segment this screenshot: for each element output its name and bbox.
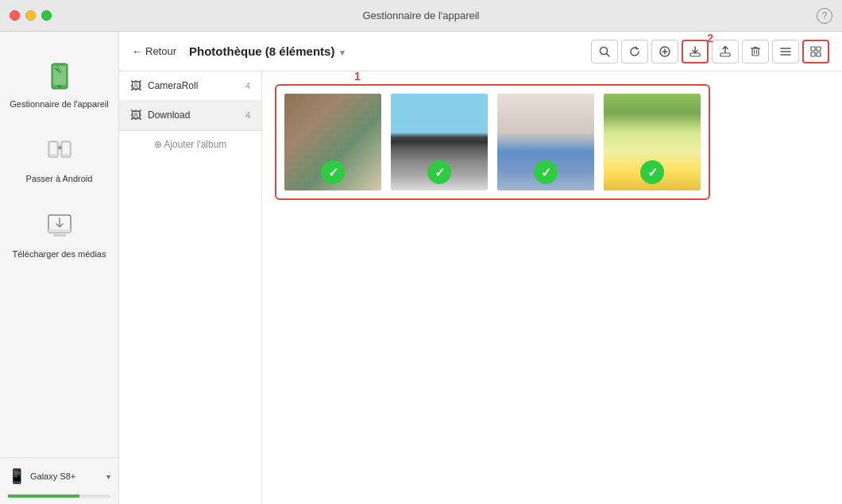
svg-line-11 xyxy=(607,53,610,56)
download-media-icon xyxy=(44,210,75,242)
svg-rect-27 xyxy=(811,47,815,51)
content-header: ← Retour Photothèque (8 éléments) ▾ xyxy=(119,32,842,71)
main-layout: Gestionnaire de l'appareil Passer à Andr… xyxy=(0,32,842,504)
svg-rect-8 xyxy=(48,229,71,233)
photo-check-3: ✓ xyxy=(534,160,558,184)
content-body: 🖼 CameraRoll 4 🖼 Download 4 ⊕ Ajouter l'… xyxy=(119,71,842,504)
export-button-wrap: 2 xyxy=(682,40,709,63)
svg-rect-9 xyxy=(53,234,66,237)
toolbar: 2 xyxy=(591,40,829,63)
list-view-button[interactable] xyxy=(772,40,799,63)
add-album-button[interactable]: ⊕ Ajouter l'album xyxy=(154,139,227,150)
title-chevron-icon[interactable]: ▾ xyxy=(340,48,345,57)
svg-rect-30 xyxy=(817,52,821,56)
svg-rect-4 xyxy=(50,143,56,154)
refresh-button[interactable] xyxy=(621,40,648,63)
album-item-cameraroll[interactable]: 🖼 CameraRoll 4 xyxy=(119,71,261,101)
photo-grid: ✓ ✓ ✓ ✓ xyxy=(283,92,702,192)
album-list: 🖼 CameraRoll 4 🖼 Download 4 ⊕ Ajouter l'… xyxy=(119,71,262,504)
album-icon-download: 🖼 xyxy=(130,109,141,121)
photo-item-4[interactable]: ✓ xyxy=(602,92,702,192)
device-chevron-icon[interactable]: ▾ xyxy=(106,472,110,481)
photo-area: 1 ✓ ✓ xyxy=(262,71,842,504)
device-info: 📱 Galaxy S8+ ▾ xyxy=(0,457,118,494)
sidebar-item-device-manager-label: Gestionnaire de l'appareil xyxy=(10,98,108,110)
grid-view-button[interactable] xyxy=(802,40,829,63)
svg-rect-28 xyxy=(817,47,821,51)
page-title: Photothèque (8 éléments) ▾ xyxy=(189,44,345,58)
photo-item-1[interactable]: ✓ xyxy=(283,92,383,192)
svg-rect-6 xyxy=(63,143,69,154)
window-title: Gestionnaire de l'appareil xyxy=(362,10,479,21)
help-button[interactable]: ? xyxy=(817,8,832,24)
back-label: Retour xyxy=(145,45,176,57)
svg-rect-29 xyxy=(811,52,815,56)
sidebar-item-switch-android-label: Passer à Android xyxy=(26,173,93,184)
content-panel: ← Retour Photothèque (8 éléments) ▾ xyxy=(119,32,842,504)
album-count-download: 4 xyxy=(245,110,250,120)
back-button[interactable]: ← Retour xyxy=(132,45,176,57)
sidebar-item-download-media[interactable]: Télécharger des médias xyxy=(0,198,118,272)
add-button[interactable] xyxy=(651,40,678,63)
minimize-button[interactable] xyxy=(25,10,36,21)
photo-check-2: ✓ xyxy=(427,160,451,184)
export-button[interactable] xyxy=(682,40,709,63)
album-icon: 🖼 xyxy=(130,79,141,92)
import-button[interactable] xyxy=(712,40,739,63)
svg-point-2 xyxy=(58,86,60,88)
album-item-download[interactable]: 🖼 Download 4 xyxy=(119,101,261,130)
svg-rect-19 xyxy=(752,48,759,56)
switch-icon xyxy=(44,135,75,167)
device-name: Galaxy S8+ xyxy=(30,471,102,481)
svg-rect-15 xyxy=(690,53,700,56)
album-name: CameraRoll xyxy=(148,80,239,91)
photo-item-3[interactable]: ✓ xyxy=(496,92,596,192)
svg-rect-17 xyxy=(720,53,730,56)
photo-selection-box: ✓ ✓ ✓ ✓ xyxy=(275,84,710,200)
photo-item-2[interactable]: ✓ xyxy=(389,92,489,192)
title-bar: Gestionnaire de l'appareil ? xyxy=(0,0,842,32)
phone-icon xyxy=(44,60,75,92)
annotation-2: 2 xyxy=(707,32,713,44)
annotation-1: 1 xyxy=(354,71,361,83)
photo-check-4: ✓ xyxy=(640,160,664,184)
add-album-bar: ⊕ Ajouter l'album xyxy=(119,130,261,158)
photo-check-1: ✓ xyxy=(321,160,345,184)
sidebar: Gestionnaire de l'appareil Passer à Andr… xyxy=(0,32,119,504)
delete-button[interactable] xyxy=(742,40,769,63)
search-button[interactable] xyxy=(591,40,618,63)
traffic-lights xyxy=(10,10,52,21)
sidebar-item-device-manager[interactable]: Gestionnaire de l'appareil xyxy=(0,48,118,122)
sidebar-item-download-media-label: Télécharger des médias xyxy=(12,248,106,260)
close-button[interactable] xyxy=(10,10,20,21)
back-arrow-icon: ← xyxy=(132,45,142,57)
album-count: 4 xyxy=(245,81,250,90)
fullscreen-button[interactable] xyxy=(41,10,52,21)
sidebar-item-switch-android[interactable]: Passer à Android xyxy=(0,122,118,197)
album-name-download: Download xyxy=(148,110,239,121)
